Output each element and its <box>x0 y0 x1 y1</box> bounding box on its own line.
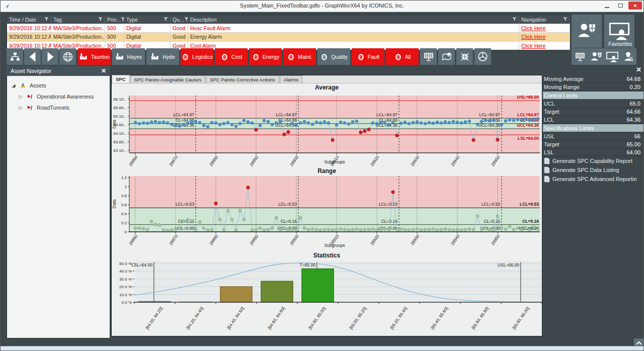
expander-icon[interactable]: ▷ <box>18 94 23 99</box>
section-header-control-limits: Control Limits <box>543 92 643 99</box>
column-header-type[interactable]: Type <box>124 15 171 24</box>
svg-text:[64.40, 64.60]: [64.40, 64.60] <box>226 306 245 330</box>
tree-item-roadtunnels[interactable]: ▷RoadTunnels <box>7 102 110 113</box>
link-generate-spc-capability-report[interactable]: Generate SPC Capability Report <box>543 156 643 165</box>
range-chart-title: Range <box>112 167 542 175</box>
range-chart: LCL=0.53CL=0.16UCL=0.00LCL=0.53CL=0.16UC… <box>112 175 542 251</box>
alarm-cell: 9/29/2016 10:12 AM <box>7 33 51 41</box>
column-header-navigation[interactable]: Navigation <box>519 15 570 24</box>
filter-button-all[interactable]: All <box>386 48 419 65</box>
flag-icon <box>26 104 34 112</box>
column-header-time-date[interactable]: Time / Date <box>7 15 51 24</box>
alarm-row[interactable]: 9/29/2016 10:12 AMMA/Site3/Production...… <box>7 32 570 41</box>
maximize-button[interactable] <box>615 2 626 10</box>
svg-text:LCL=0.53: LCL=0.53 <box>481 202 500 207</box>
site-button-hyde[interactable]: Hyde <box>146 48 179 65</box>
energy-view-button[interactable] <box>572 48 588 65</box>
tree-item-operational-awareness[interactable]: ▷Operational Awareness <box>7 91 110 102</box>
site-button-taunton[interactable]: Taunton <box>78 48 111 65</box>
home-button[interactable] <box>59 48 76 65</box>
filter-button-cost[interactable]: Cost <box>215 48 248 65</box>
tab-alarms[interactable]: Alarms <box>280 75 303 83</box>
alarm-navigation-link[interactable]: Click Here <box>519 24 570 32</box>
bottom-edge <box>1 346 643 350</box>
limits-panel-close-icon[interactable]: ✕ <box>636 66 641 73</box>
svg-text:28870: 28870 <box>168 154 179 167</box>
solar-panel-button[interactable] <box>420 48 437 65</box>
alarm-row[interactable]: 9/29/2016 10:12 AMMA/Site3/Production...… <box>7 24 570 32</box>
svg-text:28950: 28950 <box>490 233 501 246</box>
alarm-cell: MA/Site3/Production... <box>51 33 105 41</box>
svg-text:LCL=0.53: LCL=0.53 <box>278 202 297 207</box>
svg-text:LCL=0.53: LCL=0.53 <box>520 202 539 207</box>
close-button[interactable]: × <box>628 2 642 10</box>
svg-text:28900: 28900 <box>289 154 300 167</box>
svg-text:63.10...: 63.10... <box>113 148 127 153</box>
tab-spc[interactable]: SPC <box>112 75 130 83</box>
svg-text:1: 1 <box>125 185 127 189</box>
svg-text:LCL=0.53: LCL=0.53 <box>379 202 397 207</box>
chevron-up-icon <box>636 341 642 345</box>
clock-button[interactable] <box>474 48 491 65</box>
asset-navigator-title: Asset Navigator <box>11 68 51 74</box>
column-header-prio[interactable]: Prio... <box>105 15 124 24</box>
minimize-button[interactable] <box>601 2 612 10</box>
alarm-cell: Energy Alarm <box>188 33 519 41</box>
limit-row-target: Target64.66 <box>543 108 643 116</box>
operator-view-button[interactable] <box>620 48 636 65</box>
svg-text:28880: 28880 <box>208 233 219 246</box>
svg-text:[65.60, 65.80]: [65.60, 65.80] <box>470 306 490 330</box>
filter-button-maint[interactable]: Maint. <box>283 48 316 65</box>
alarm-cell: Digital <box>124 24 171 32</box>
alarm-navigation-link[interactable]: Click Here <box>519 42 570 50</box>
svg-text:Subgroups: Subgroups <box>324 159 345 164</box>
collapse-icon <box>459 51 470 62</box>
map-navigation-button[interactable] <box>438 48 455 65</box>
tab-spc-pareto-corrective-actions[interactable]: SPC Pareto Corrective Actions <box>206 75 279 83</box>
asset-navigator-close-icon[interactable]: ✕ <box>101 67 106 74</box>
security-operator-button[interactable] <box>572 15 602 48</box>
alarm-grid: Time / DateTagPrio...TypeQu...Descriptio… <box>7 15 571 49</box>
filter-button-fault[interactable]: Fault <box>352 48 384 65</box>
document-icon <box>544 176 550 183</box>
display-view-button[interactable] <box>604 48 620 65</box>
svg-text:20.0 %: 20.0 % <box>119 285 132 289</box>
column-header-tag[interactable]: Tag <box>51 15 105 24</box>
svg-text:LSL=64.00: LSL=64.00 <box>518 136 539 141</box>
svg-text:0.2: 0.2 <box>121 221 127 225</box>
forward-button[interactable] <box>42 48 58 65</box>
svg-text:T=65.00: T=65.00 <box>299 262 315 268</box>
svg-text:0.0 %: 0.0 % <box>122 300 132 305</box>
column-header-description[interactable]: Description <box>188 15 519 24</box>
filter-button-energy[interactable]: Energy <box>249 48 282 65</box>
filter-button-quality[interactable]: Quality <box>317 48 350 65</box>
link-generate-spc-data-listing[interactable]: Generate SPC Data Listing <box>543 165 643 174</box>
tab-spc-pareto-assignable-causes[interactable]: SPC Pareto Assignable Causes <box>130 75 206 83</box>
filter-button-logistics[interactable]: Logistics <box>181 48 213 65</box>
asset-tree-button[interactable] <box>7 48 23 65</box>
svg-text:28940: 28940 <box>450 233 461 246</box>
limit-row-lcl: LCL64.36 <box>543 116 643 124</box>
svg-text:65.60...: 65.60... <box>113 106 127 110</box>
security-view-button[interactable] <box>588 48 604 65</box>
column-header-qu[interactable]: Qu... <box>171 15 188 24</box>
map-icon <box>441 51 452 62</box>
svg-text:28870: 28870 <box>168 233 179 246</box>
back-button[interactable] <box>24 48 41 65</box>
site-button-hayes[interactable]: Hayes <box>112 48 145 65</box>
solar-icon <box>575 51 586 62</box>
link-generate-spc-advanced-reportin[interactable]: Generate SPC Advanced Reportin <box>543 174 643 184</box>
back-arrow-icon <box>26 50 39 63</box>
svg-text:28940: 28940 <box>450 154 461 167</box>
alarm-navigation-link[interactable]: Click Here <box>519 33 570 41</box>
alarm-cell: Good <box>171 24 188 32</box>
expander-icon[interactable]: ◢ <box>11 83 16 88</box>
minimize-icon <box>605 7 609 8</box>
forward-arrow-icon <box>44 50 57 63</box>
svg-text:28930: 28930 <box>410 233 421 246</box>
tree-item-assets[interactable]: ◢Assets <box>7 80 110 91</box>
svg-text:[64.20, 64.40]: [64.20, 64.40] <box>185 306 204 330</box>
expander-icon[interactable]: ▷ <box>18 105 23 110</box>
favourites-button[interactable]: Favourites <box>604 15 634 48</box>
collapse-view-button[interactable] <box>456 48 473 65</box>
